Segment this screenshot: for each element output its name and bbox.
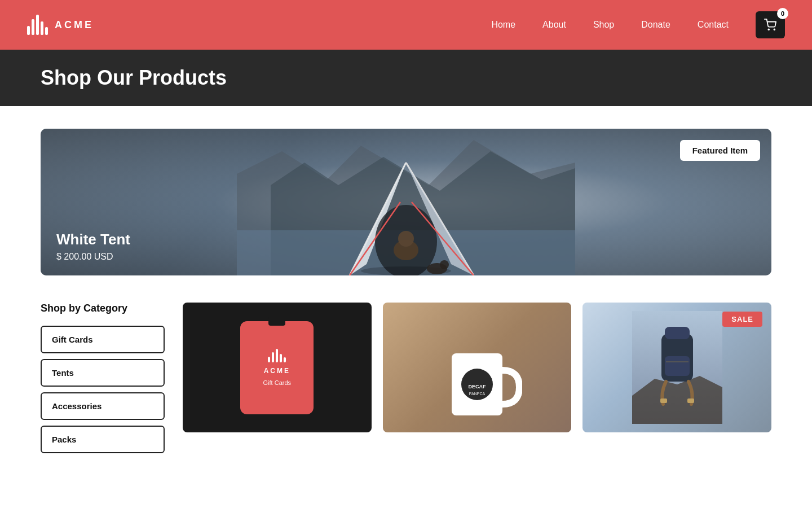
logo-bar-4 bbox=[41, 21, 43, 35]
nav-donate[interactable]: Donate bbox=[641, 20, 670, 30]
logo-bar-5 bbox=[45, 27, 48, 35]
gift-card-brand: ACME bbox=[264, 367, 290, 375]
product-card-pack[interactable]: SALE bbox=[582, 303, 771, 432]
pack-svg bbox=[632, 311, 722, 424]
category-gift-cards[interactable]: Gift Cards bbox=[41, 326, 165, 353]
svg-point-0 bbox=[768, 29, 769, 30]
svg-text:PANPCA: PANPCA bbox=[469, 392, 486, 396]
main-content: Featured Item White Tent $ 200.00 USD Sh… bbox=[0, 106, 812, 481]
tent-visual bbox=[41, 129, 771, 275]
logo-bar-1 bbox=[27, 26, 30, 35]
sidebar: Shop by Category Gift Cards Tents Access… bbox=[41, 303, 165, 459]
svg-rect-25 bbox=[660, 398, 667, 403]
svg-point-1 bbox=[774, 29, 775, 30]
nav-shop[interactable]: Shop bbox=[593, 20, 614, 30]
logo-text: ACME bbox=[55, 19, 94, 31]
sale-badge: SALE bbox=[722, 312, 762, 327]
gc-bar-1 bbox=[268, 357, 270, 362]
svg-text:DECAF: DECAF bbox=[469, 384, 487, 389]
category-packs[interactable]: Packs bbox=[41, 426, 165, 453]
mug-visual: DECAF PANPCA bbox=[383, 303, 572, 432]
gift-card-logo bbox=[268, 349, 286, 362]
svg-point-13 bbox=[398, 231, 414, 247]
site-header: ACME Home About Shop Donate Contact 0 bbox=[0, 0, 812, 50]
logo-bar-2 bbox=[32, 19, 34, 35]
cart-button[interactable]: 0 bbox=[756, 11, 785, 38]
mug-svg: DECAF PANPCA bbox=[432, 325, 522, 427]
featured-product-name: White Tent bbox=[56, 231, 130, 248]
tent-svg bbox=[237, 129, 575, 275]
gc-bar-2 bbox=[272, 352, 274, 362]
svg-rect-26 bbox=[687, 398, 694, 403]
gc-bar-5 bbox=[284, 357, 286, 362]
product-card-gift-cards[interactable]: ACME Gift Cards bbox=[183, 303, 372, 432]
logo-bar-3 bbox=[36, 15, 39, 35]
lower-section: Shop by Category Gift Cards Tents Access… bbox=[41, 303, 771, 459]
cart-badge: 0 bbox=[777, 8, 788, 19]
page-title: Shop Our Products bbox=[41, 66, 227, 90]
svg-point-16 bbox=[440, 260, 449, 269]
nav-contact[interactable]: Contact bbox=[698, 20, 729, 30]
gift-card-visual: ACME Gift Cards bbox=[240, 321, 314, 414]
category-accessories[interactable]: Accessories bbox=[41, 392, 165, 420]
cart-icon bbox=[764, 19, 776, 31]
gc-bar-4 bbox=[280, 354, 282, 362]
nav-home[interactable]: Home bbox=[491, 20, 515, 30]
sidebar-title: Shop by Category bbox=[41, 303, 165, 314]
category-tents[interactable]: Tents bbox=[41, 359, 165, 387]
main-nav: Home About Shop Donate Contact 0 bbox=[491, 11, 785, 38]
featured-banner[interactable]: Featured Item White Tent $ 200.00 USD bbox=[41, 129, 771, 275]
gc-bar-3 bbox=[276, 349, 278, 362]
gift-card-label: Gift Cards bbox=[263, 379, 292, 386]
svg-rect-24 bbox=[665, 327, 690, 339]
logo-icon bbox=[27, 15, 48, 35]
featured-badge: Featured Item bbox=[680, 140, 760, 161]
product-grid: ACME Gift Cards DECAF PANPCA bbox=[183, 303, 771, 432]
logo-area: ACME bbox=[27, 15, 94, 35]
featured-info: White Tent $ 200.00 USD bbox=[56, 231, 130, 262]
product-card-mug[interactable]: DECAF PANPCA bbox=[383, 303, 572, 432]
featured-price: $ 200.00 USD bbox=[56, 252, 130, 262]
page-title-banner: Shop Our Products bbox=[0, 50, 812, 106]
svg-rect-27 bbox=[665, 356, 690, 376]
nav-about[interactable]: About bbox=[542, 20, 566, 30]
gift-card-notch bbox=[268, 317, 285, 326]
